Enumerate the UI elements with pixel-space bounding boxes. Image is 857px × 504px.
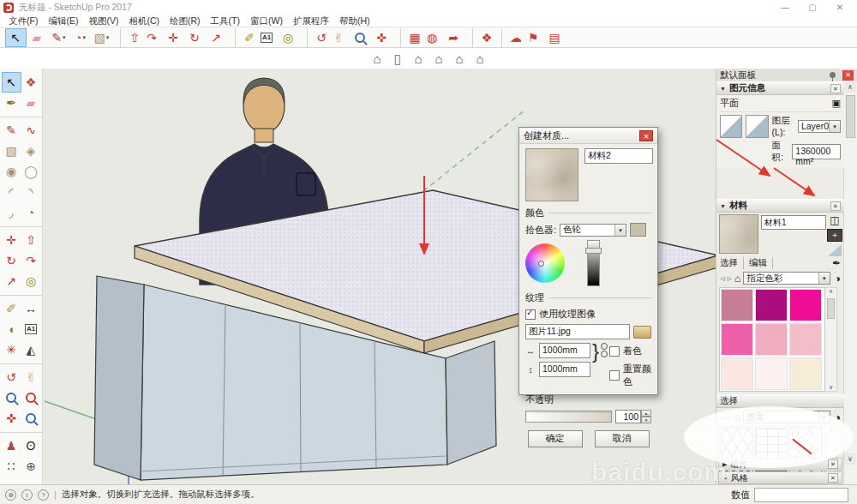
- paint-bucket-tool[interactable]: ✒: [2, 93, 21, 113]
- color-wheel-marker[interactable]: [538, 261, 544, 267]
- swatch-rose[interactable]: [721, 289, 753, 321]
- view-front[interactable]: ⌂: [409, 51, 428, 66]
- menu-camera[interactable]: 相机(C): [123, 15, 165, 27]
- panel-close-button[interactable]: ✕: [842, 70, 854, 81]
- generate-report-tool[interactable]: ▤: [544, 28, 566, 47]
- back-face-swatch[interactable]: [746, 115, 768, 138]
- eraser-tool[interactable]: ▰: [21, 93, 41, 113]
- pan-tool[interactable]: ✌: [328, 28, 350, 47]
- swatch-scrollbar[interactable]: ∧ ∨: [825, 287, 837, 392]
- view-iso[interactable]: ⌂: [368, 51, 387, 66]
- pan-tool[interactable]: ✌: [21, 367, 41, 387]
- scroll-up-button[interactable]: ∧: [844, 81, 856, 93]
- opacity-slider[interactable]: [525, 411, 612, 423]
- line-tool[interactable]: ✎: [2, 120, 21, 141]
- trimble-connect-tool[interactable]: ☁: [501, 28, 523, 47]
- menu-view[interactable]: 视图(V): [83, 15, 123, 27]
- help-icon[interactable]: ?: [38, 489, 49, 501]
- back-arrow-icon[interactable]: ◃: [720, 273, 725, 284]
- sample-paint-icon[interactable]: [828, 244, 842, 256]
- rectangle-tool[interactable]: ▧ ▾: [91, 28, 112, 47]
- make-component-tool[interactable]: ❖: [21, 72, 41, 93]
- swatch-light-pink[interactable]: [755, 323, 788, 356]
- axes-tool[interactable]: ✳: [2, 339, 21, 360]
- line-tool[interactable]: ✎ ▾: [48, 28, 69, 47]
- entity-info-close-button[interactable]: ✕: [830, 84, 841, 93]
- push-pull-tool[interactable]: ⇧: [21, 230, 41, 250]
- menu-draw[interactable]: 绘图(R): [165, 15, 206, 27]
- opacity-value-input[interactable]: 100: [615, 410, 641, 423]
- secondary-pane-toggle-icon[interactable]: ◫: [830, 214, 839, 226]
- offset-tool[interactable]: ◎: [278, 28, 299, 47]
- share-model-tool[interactable]: ⚑: [523, 28, 544, 47]
- view-right[interactable]: ⌂: [429, 51, 448, 66]
- forward-arrow-icon[interactable]: ▹: [728, 273, 733, 284]
- extension-warehouse-tool[interactable]: ❖: [472, 28, 494, 47]
- add-location-tool[interactable]: ▦: [400, 28, 422, 47]
- swatch-blush[interactable]: [721, 357, 753, 390]
- polygon-tool[interactable]: ◯: [21, 161, 41, 182]
- scrollbar-thumb[interactable]: [846, 95, 855, 138]
- credits-icon[interactable]: i: [21, 489, 33, 501]
- text-tool[interactable]: A1: [256, 28, 278, 47]
- text-tool[interactable]: A1: [21, 319, 41, 339]
- pie-tool[interactable]: ◔: [21, 202, 41, 223]
- follow-me-tool[interactable]: ↷: [141, 28, 163, 47]
- panel-close-button[interactable]: ✕: [828, 473, 838, 483]
- zoom-extents-tool[interactable]: ✜: [2, 408, 21, 429]
- tape-measure-tool[interactable]: ✐: [235, 28, 256, 47]
- view-top[interactable]: ▯: [388, 51, 407, 67]
- tab-edit[interactable]: 编辑: [744, 257, 773, 269]
- dialog-titlebar[interactable]: 创建材质... ✕: [519, 128, 657, 144]
- tape-measure-tool[interactable]: ✐: [2, 298, 21, 319]
- rotated-rectangle-tool[interactable]: ◈: [21, 141, 41, 161]
- maximize-button[interactable]: ▢: [799, 0, 826, 15]
- zoom-extents-tool[interactable]: ✜: [371, 28, 393, 47]
- follow-me-tool[interactable]: ↷: [21, 250, 41, 271]
- texture-height-input[interactable]: 1000mm: [539, 362, 590, 377]
- offset-tool[interactable]: ◎: [21, 271, 41, 291]
- menu-tools[interactable]: 工具(T): [206, 15, 245, 27]
- browse-folder-icon[interactable]: [633, 326, 651, 339]
- material-name-input[interactable]: 材料2: [584, 148, 653, 164]
- circle-tool[interactable]: ◉: [2, 161, 21, 182]
- select-tool[interactable]: ↖: [2, 72, 21, 93]
- position-camera-tool[interactable]: ♟: [2, 435, 21, 456]
- front-face-swatch[interactable]: [720, 115, 742, 138]
- dimension-tool[interactable]: ↔: [21, 298, 41, 319]
- swatch-pink[interactable]: [721, 323, 753, 356]
- aspect-lock-icon[interactable]: [601, 343, 608, 388]
- view-back[interactable]: ⌂: [450, 51, 469, 66]
- details-icon[interactable]: ▣: [832, 98, 841, 109]
- active-material-name[interactable]: 材料1: [761, 215, 826, 230]
- eraser-tool[interactable]: ▰: [27, 28, 48, 47]
- create-material-button[interactable]: ＋: [827, 229, 842, 242]
- texture-width-input[interactable]: 1000mm: [539, 343, 590, 358]
- panel-styles[interactable]: ▶ 风格 ✕: [718, 471, 842, 484]
- scale-tool[interactable]: ↗: [206, 28, 227, 47]
- ok-button[interactable]: 确定: [528, 430, 583, 447]
- zoom-previous-tool[interactable]: [21, 408, 41, 429]
- colorize-checkbox[interactable]: [609, 346, 620, 357]
- opacity-down-button[interactable]: ▾: [641, 417, 651, 423]
- value-slider-handle[interactable]: [585, 248, 602, 254]
- geolocation-icon[interactable]: ⊕: [5, 489, 16, 501]
- photo-match-tool[interactable]: ◍: [422, 28, 443, 47]
- pin-icon[interactable]: [830, 72, 836, 78]
- in-model-icon[interactable]: ⌂: [734, 273, 740, 285]
- zoom-tool[interactable]: [2, 387, 21, 408]
- rotate-tool[interactable]: ↻: [184, 28, 206, 47]
- rotate-tool[interactable]: ↻: [2, 250, 21, 271]
- value-slider[interactable]: [587, 240, 600, 286]
- arc-tool[interactable]: ◜: [2, 182, 21, 202]
- menu-edit[interactable]: 编辑(E): [43, 15, 83, 27]
- menu-window[interactable]: 窗口(W): [245, 15, 288, 27]
- zoom-tool[interactable]: [350, 28, 371, 47]
- texture-file-input[interactable]: 图片11.jpg: [525, 324, 630, 339]
- swatch-pale-pink[interactable]: [789, 323, 822, 356]
- swatch-cream[interactable]: [789, 357, 822, 390]
- swatch-near-white-pink[interactable]: [755, 357, 788, 390]
- section-plane-tool[interactable]: ⊕: [21, 456, 41, 477]
- default-panel-header[interactable]: 默认面板 ✕: [716, 69, 857, 81]
- zoom-window-tool[interactable]: [21, 387, 41, 408]
